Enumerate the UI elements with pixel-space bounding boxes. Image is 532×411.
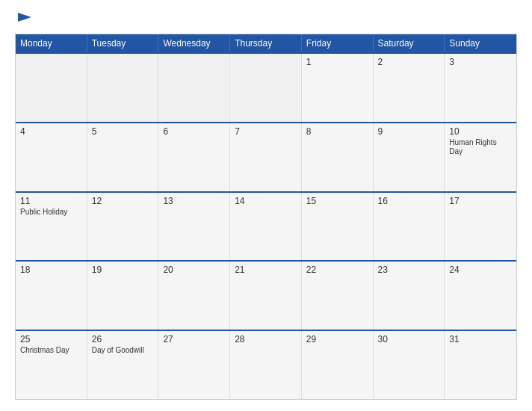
day-cell: 25Christmas Day — [16, 331, 87, 399]
day-header-sunday: Sunday — [445, 34, 516, 52]
day-cell: 13 — [158, 193, 230, 261]
day-cell: 16 — [374, 193, 445, 261]
day-cell: 27 — [158, 331, 230, 399]
weeks-container: 12345678910Human Rights Day11Public Holi… — [16, 52, 516, 399]
day-cell: 6 — [158, 123, 230, 191]
day-cell: 4 — [16, 123, 87, 191]
day-number: 18 — [20, 265, 82, 275]
day-number: 16 — [378, 196, 440, 206]
day-number: 3 — [449, 57, 512, 67]
day-number: 23 — [378, 265, 440, 275]
day-header-wednesday: Wednesday — [158, 34, 230, 52]
day-number: 4 — [20, 126, 82, 137]
day-cell: 29 — [302, 331, 374, 399]
day-number: 25 — [20, 334, 82, 344]
day-cell: 15 — [302, 193, 374, 261]
day-number: 19 — [92, 265, 154, 275]
day-event-label: Human Rights Day — [449, 138, 512, 156]
day-cell: 11Public Holiday — [16, 193, 87, 261]
week-row-5: 25Christmas Day26Day of Goodwill27282930… — [16, 330, 516, 399]
day-number: 28 — [235, 334, 297, 344]
day-event-label: Christmas Day — [20, 346, 82, 355]
logo — [15, 11, 82, 28]
day-cell: 10Human Rights Day — [445, 123, 516, 191]
day-number: 22 — [306, 265, 368, 275]
day-cell: 3 — [445, 54, 516, 122]
day-cell: 5 — [87, 123, 159, 191]
svg-marker-0 — [18, 13, 31, 22]
day-number: 15 — [306, 196, 368, 206]
day-header-monday: Monday — [16, 34, 87, 52]
day-cell: 1 — [302, 54, 374, 122]
day-number: 17 — [449, 196, 512, 206]
day-cell: 30 — [374, 331, 445, 399]
day-number: 12 — [92, 196, 154, 206]
day-number: 20 — [163, 265, 225, 275]
week-row-2: 45678910Human Rights Day — [16, 122, 516, 191]
day-number: 6 — [163, 126, 225, 137]
week-row-1: 123 — [16, 52, 516, 122]
logo-flag-icon — [16, 11, 33, 28]
day-cell: 14 — [230, 193, 302, 261]
day-cell: 18 — [16, 262, 87, 330]
calendar-grid: MondayTuesdayWednesdayThursdayFridaySatu… — [15, 34, 517, 400]
day-cell: 24 — [445, 262, 516, 330]
day-cell: 26Day of Goodwill — [87, 331, 159, 399]
day-number: 29 — [306, 334, 368, 344]
day-number: 27 — [163, 334, 225, 344]
week-row-4: 18192021222324 — [16, 260, 516, 330]
day-number: 24 — [449, 265, 512, 275]
day-number: 26 — [92, 334, 154, 344]
day-cell: 9 — [374, 123, 445, 191]
day-event-label: Day of Goodwill — [92, 346, 154, 355]
day-number: 13 — [163, 196, 225, 206]
day-cell — [158, 54, 230, 122]
day-number: 2 — [378, 57, 440, 67]
day-number: 7 — [235, 126, 297, 137]
day-cell: 19 — [87, 262, 159, 330]
day-cell: 31 — [445, 331, 516, 399]
day-cell: 28 — [230, 331, 302, 399]
day-cell: 22 — [302, 262, 374, 330]
day-number: 21 — [235, 265, 297, 275]
week-row-3: 11Public Holiday121314151617 — [16, 191, 516, 261]
day-number: 14 — [235, 196, 297, 206]
day-number: 10 — [449, 126, 512, 137]
day-number: 9 — [378, 126, 440, 137]
day-cell: 2 — [374, 54, 445, 122]
day-number: 5 — [92, 126, 154, 137]
day-event-label: Public Holiday — [20, 208, 82, 217]
day-cell: 20 — [158, 262, 230, 330]
day-number: 1 — [306, 57, 368, 67]
day-number: 31 — [449, 334, 512, 344]
day-header-saturday: Saturday — [374, 34, 445, 52]
day-header-thursday: Thursday — [230, 34, 302, 52]
day-cell: 21 — [230, 262, 302, 330]
day-cell — [16, 54, 87, 122]
day-number: 30 — [378, 334, 440, 344]
day-cell — [87, 54, 159, 122]
day-cell — [230, 54, 302, 122]
day-cell: 8 — [302, 123, 374, 191]
day-number: 8 — [306, 126, 368, 137]
day-cell: 17 — [445, 193, 516, 261]
day-cell: 7 — [230, 123, 302, 191]
day-header-friday: Friday — [302, 34, 374, 52]
day-cell: 12 — [87, 193, 159, 261]
day-header-tuesday: Tuesday — [87, 34, 159, 52]
header — [15, 11, 517, 28]
day-headers-row: MondayTuesdayWednesdayThursdayFridaySatu… — [16, 34, 516, 52]
day-number: 11 — [20, 196, 82, 206]
day-cell: 23 — [374, 262, 445, 330]
calendar-page: MondayTuesdayWednesdayThursdayFridaySatu… — [0, 0, 532, 411]
